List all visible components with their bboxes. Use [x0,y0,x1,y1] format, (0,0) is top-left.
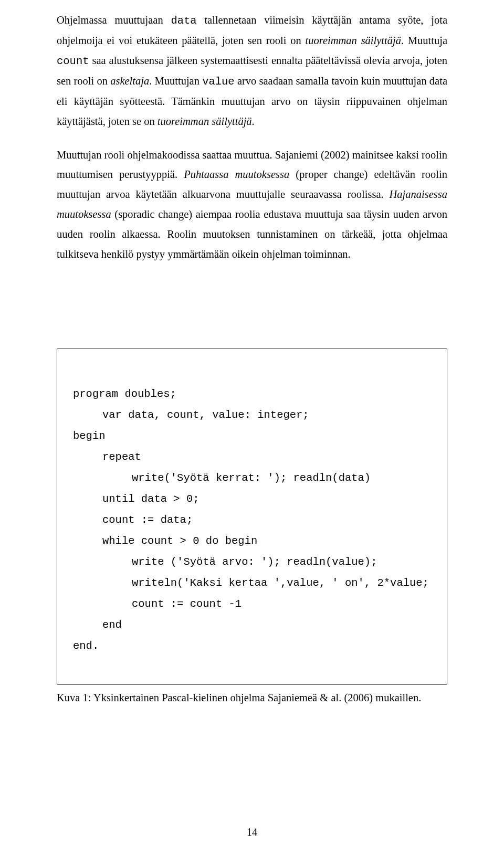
code-line: until data > 0; [73,489,431,510]
code-inline-count: count [57,55,89,67]
page-number: 14 [0,826,504,838]
italic-term: tuoreimman säilyttäjä [306,35,401,46]
italic-term: askeltaja [110,75,149,87]
paragraph-1: Ohjelmassa muuttujaan data tallennetaan … [57,10,447,132]
code-line: count := count -1 [73,594,431,615]
code-line: program doubles; [73,384,431,405]
code-line: end [73,615,431,636]
text-run: . [252,115,255,127]
code-inline-value: value [202,76,235,88]
figure-caption: Kuva 1: Yksinkertainen Pascal-kielinen o… [57,692,447,704]
text-run: . Muuttujan [149,75,202,87]
code-line: count := data; [73,510,431,531]
text-run: . Muuttuja [401,35,447,46]
code-line: begin [73,426,431,447]
italic-term: Puhtaassa muutoksessa [184,169,289,180]
code-line: while count > 0 do begin [73,531,431,552]
paragraph-2: Muuttujan rooli ohjelmakoodissa saattaa … [57,145,447,265]
code-line: writeln('Kaksi kertaa ',value, ' on', 2*… [73,573,431,594]
code-listing: program doubles;var data, count, value: … [57,349,447,684]
code-inline-data: data [171,15,196,27]
code-line: end. [73,636,431,657]
text-run: Ohjelmassa muuttujaan [57,14,171,26]
page: Ohjelmassa muuttujaan data tallennetaan … [0,0,504,853]
code-line: write('Syötä kerrat: '); readln(data) [73,468,431,489]
code-line: write ('Syötä arvo: '); readln(value); [73,552,431,573]
code-line: repeat [73,447,431,468]
italic-term: tuoreimman säilyttäjä [158,115,252,127]
code-line: var data, count, value: integer; [73,405,431,426]
text-run: (sporadic change) aiempaa roolia edustav… [57,208,447,260]
